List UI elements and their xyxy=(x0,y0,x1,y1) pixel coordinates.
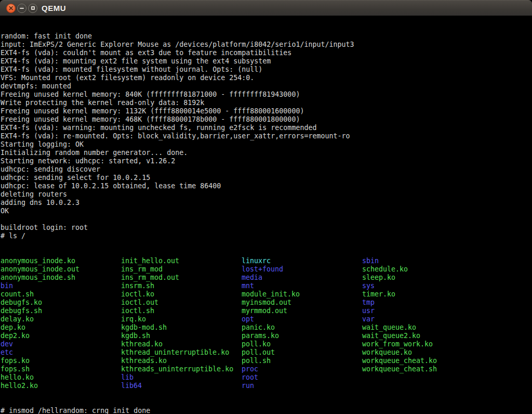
terminal-screen[interactable]: random: fast init doneinput: ImExPS/2 Ge… xyxy=(0,16,532,414)
console-line: EXT4-fs (vda): couldn't mount as ext3 du… xyxy=(1,49,532,57)
file-entry: wait_queue2.ko xyxy=(362,332,483,340)
minimize-icon xyxy=(20,8,24,9)
file-entry: irq.ko xyxy=(121,315,242,324)
file-entry: workqueue.ko xyxy=(362,348,483,357)
directory-entry: dev xyxy=(1,340,121,348)
file-entry: kgdb.sh xyxy=(121,332,242,340)
file-entry: work_from_work.ko xyxy=(362,340,483,348)
console-line: EXT4-fs (vda): mounted filesystem withou… xyxy=(1,66,532,74)
file-entry: poll.ko xyxy=(242,340,362,348)
console-line: # insmod /hellrandom: crng init done xyxy=(1,407,532,414)
console-line: EXT4-fs (vda): mounting ext2 file system… xyxy=(1,57,532,66)
console-line: deleting routers xyxy=(1,190,532,199)
file-entry: anonymous_inode.ko xyxy=(1,257,121,265)
file-entry: debugfs.ko xyxy=(1,299,121,307)
directory-entry: tmp xyxy=(362,299,483,307)
ls-column: sbinschedule.kosleep.kosystimer.kotmpusr… xyxy=(362,257,483,390)
ls-output: anonymous_inode.koanonymous_inode.outano… xyxy=(1,257,532,390)
file-entry: kthread_uninterruptible.ko xyxy=(121,348,242,357)
file-entry: ioctl.ko xyxy=(121,290,242,299)
file-entry: anonymous_inode.out xyxy=(1,265,121,274)
file-entry: kthreads.ko xyxy=(121,357,242,365)
boot-lines: random: fast init doneinput: ImExPS/2 Ge… xyxy=(1,32,532,240)
console-line: buildroot login: root xyxy=(1,224,532,232)
file-entry: anonymous_inode.sh xyxy=(1,274,121,282)
file-entry: debugfs.sh xyxy=(1,307,121,315)
file-entry: kthreads_uninterruptible.ko xyxy=(121,365,242,373)
console-line: input: ImExPS/2 Generic Explorer Mouse a… xyxy=(1,41,532,49)
file-entry: sleep.ko xyxy=(362,274,483,282)
file-entry: myrmmod.out xyxy=(242,307,362,315)
file-entry: timer.ko xyxy=(362,290,483,299)
console-line: udhcpc: sending select for 10.0.2.15 xyxy=(1,174,532,182)
console-line: Initializing random number generator... … xyxy=(1,149,532,157)
file-entry: poll.sh xyxy=(242,357,362,365)
console-line xyxy=(1,215,532,224)
window-titlebar[interactable]: ✕ QEMU xyxy=(0,0,532,16)
directory-entry: lib64 xyxy=(121,382,242,390)
console-line: Freeing unused kernel memory: 840K (ffff… xyxy=(1,90,532,99)
close-icon: ✕ xyxy=(8,5,14,11)
console-line: OK xyxy=(1,207,532,215)
file-entry: kthread.ko xyxy=(121,340,242,348)
console-line: EXT4-fs (vda): re-mounted. Opts: block_v… xyxy=(1,132,532,140)
file-entry: fops.sh xyxy=(1,365,121,373)
ls-column: linuxrclost+foundmediamntmodule_init.kom… xyxy=(242,257,362,390)
file-entry: delay.ko xyxy=(1,315,121,324)
file-entry: init_hello.out xyxy=(121,257,242,265)
maximize-icon xyxy=(31,6,35,10)
file-entry: fops.ko xyxy=(1,357,121,365)
console-line: EXT4-fs (vda): warning: mounting uncheck… xyxy=(1,124,532,132)
file-entry: dep.ko xyxy=(1,324,121,332)
directory-entry: lib xyxy=(121,373,242,382)
directory-entry: media xyxy=(242,274,362,282)
minimize-button[interactable] xyxy=(17,4,26,13)
directory-entry: proc xyxy=(242,365,362,373)
console-line: Freeing unused kernel memory: 1132K (fff… xyxy=(1,107,532,115)
file-entry: ins_rm_mod.out xyxy=(121,274,242,282)
file-entry: panic.ko xyxy=(242,324,362,332)
console-line: devtmpfs: mounted xyxy=(1,82,532,90)
directory-entry: sys xyxy=(362,282,483,290)
file-entry: ioctl.out xyxy=(121,299,242,307)
console-line: udhcpc: sending discover xyxy=(1,165,532,174)
directory-entry: bin xyxy=(1,282,121,290)
directory-entry: root xyxy=(242,373,362,382)
file-entry: hello2.ko xyxy=(1,382,121,390)
file-entry: poll.out xyxy=(242,348,362,357)
qemu-window: ✕ QEMU random: fast init doneinput: ImEx… xyxy=(0,0,532,414)
post-lines: # insmod /hellrandom: crng init done# in… xyxy=(1,407,532,414)
file-entry: schedule.ko xyxy=(362,265,483,274)
console-line: VFS: Mounted root (ext2 filesystem) read… xyxy=(1,74,532,82)
console-line: Write protecting the kernel read-only da… xyxy=(1,99,532,107)
directory-entry: run xyxy=(242,382,362,390)
file-entry: ins_rm_mod xyxy=(121,265,242,274)
directory-entry: etc xyxy=(1,348,121,357)
ls-column: anonymous_inode.koanonymous_inode.outano… xyxy=(1,257,121,390)
file-entry: ioctl.sh xyxy=(121,307,242,315)
file-entry: count.sh xyxy=(1,290,121,299)
directory-entry: opt xyxy=(242,315,362,324)
file-entry: workqueue_cheat.sh xyxy=(362,365,483,373)
file-entry: kgdb-mod.sh xyxy=(121,324,242,332)
file-entry: params.ko xyxy=(242,332,362,340)
directory-entry: mnt xyxy=(242,282,362,290)
console-line: udhcpc: lease of 10.0.2.15 obtained, lea… xyxy=(1,182,532,190)
file-entry: myinsmod.out xyxy=(242,299,362,307)
symlink-entry: linuxrc xyxy=(242,257,362,265)
window-title: QEMU xyxy=(42,4,66,12)
file-entry: insrm.sh xyxy=(121,282,242,290)
close-button[interactable]: ✕ xyxy=(6,4,16,13)
ls-column: init_hello.outins_rm_modins_rm_mod.outin… xyxy=(121,257,242,390)
directory-entry: var xyxy=(362,315,483,324)
file-entry: workqueue_cheat.ko xyxy=(362,357,483,365)
file-entry: module_init.ko xyxy=(242,290,362,299)
file-entry: hello.ko xyxy=(1,373,121,382)
console-line: # ls / xyxy=(1,232,532,240)
directory-entry: usr xyxy=(362,307,483,315)
maximize-button[interactable] xyxy=(28,4,37,13)
console-line: random: fast init done xyxy=(1,32,532,41)
console-line: Freeing unused kernel memory: 468K (ffff… xyxy=(1,115,532,124)
directory-entry: sbin xyxy=(362,257,483,265)
console-line: Starting logging: OK xyxy=(1,140,532,149)
